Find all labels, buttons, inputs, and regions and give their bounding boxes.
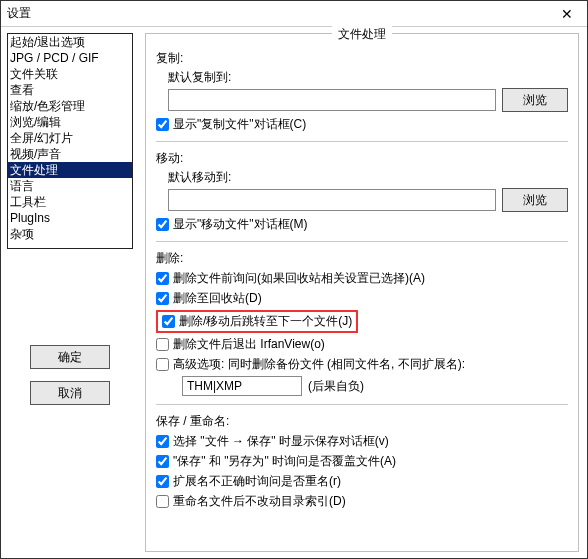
move-default-label: 默认移动到:	[168, 169, 568, 186]
delete-exit-label: 删除文件后退出 IrfanView(o)	[173, 336, 325, 353]
category-item[interactable]: 全屏/幻灯片	[8, 130, 132, 146]
move-title: 移动:	[156, 150, 568, 167]
save-show-dialog-input[interactable]	[156, 435, 169, 448]
category-item[interactable]: 工具栏	[8, 194, 132, 210]
save-rename-ext-checkbox[interactable]: 扩展名不正确时询问是否重名(r)	[156, 473, 568, 490]
delete-ask-checkbox[interactable]: 删除文件前询问(如果回收站相关设置已选择)(A)	[156, 270, 568, 287]
save-no-index-input[interactable]	[156, 495, 169, 508]
browse-label: 浏览	[523, 192, 547, 209]
window-title: 设置	[7, 5, 31, 22]
category-item[interactable]: JPG / PCD / GIF	[8, 50, 132, 66]
divider	[156, 404, 568, 405]
move-path-input[interactable]	[168, 189, 496, 211]
save-rename-ext-input[interactable]	[156, 475, 169, 488]
category-item[interactable]: 文件关联	[8, 66, 132, 82]
category-item[interactable]: 视频/声音	[8, 146, 132, 162]
save-no-index-label: 重命名文件后不改动目录索引(D)	[173, 493, 346, 510]
category-item[interactable]: 语言	[8, 178, 132, 194]
left-column: 起始/退出选项JPG / PCD / GIF文件关联查看缩放/色彩管理浏览/编辑…	[1, 27, 139, 558]
move-show-dialog-checkbox[interactable]: 显示"移动文件"对话框(M)	[156, 216, 568, 233]
delete-exit-checkbox[interactable]: 删除文件后退出 IrfanView(o)	[156, 336, 568, 353]
titlebar: 设置 ✕	[1, 1, 587, 27]
divider	[156, 241, 568, 242]
delete-jump-label: 删除/移动后跳转至下一个文件(J)	[179, 313, 352, 330]
settings-window: 设置 ✕ 起始/退出选项JPG / PCD / GIF文件关联查看缩放/色彩管理…	[0, 0, 588, 559]
copy-browse-button[interactable]: 浏览	[502, 88, 568, 112]
close-icon: ✕	[561, 6, 573, 22]
ok-label: 确定	[58, 349, 82, 366]
delete-advanced-checkbox[interactable]: 高级选项: 同时删除备份文件 (相同文件名, 不同扩展名):	[156, 356, 568, 373]
cancel-button[interactable]: 取消	[30, 381, 110, 405]
save-no-index-checkbox[interactable]: 重命名文件后不改动目录索引(D)	[156, 493, 568, 510]
delete-recycle-input[interactable]	[156, 292, 169, 305]
group-legend: 文件处理	[332, 26, 392, 43]
delete-recycle-label: 删除至回收站(D)	[173, 290, 262, 307]
browse-label: 浏览	[523, 92, 547, 109]
ok-button[interactable]: 确定	[30, 345, 110, 369]
delete-jump-input[interactable]	[162, 315, 175, 328]
delete-advanced-tail: (后果自负)	[308, 378, 364, 395]
save-overwrite-label: "保存" 和 "另存为" 时询问是否覆盖文件(A)	[173, 453, 396, 470]
save-rename-ext-label: 扩展名不正确时询问是否重名(r)	[173, 473, 341, 490]
delete-exit-input[interactable]	[156, 338, 169, 351]
save-overwrite-input[interactable]	[156, 455, 169, 468]
copy-path-input[interactable]	[168, 89, 496, 111]
category-item[interactable]: 文件处理	[8, 162, 132, 178]
category-list[interactable]: 起始/退出选项JPG / PCD / GIF文件关联查看缩放/色彩管理浏览/编辑…	[7, 33, 133, 249]
copy-show-dialog-input[interactable]	[156, 118, 169, 131]
move-browse-button[interactable]: 浏览	[502, 188, 568, 212]
divider	[156, 141, 568, 142]
delete-recycle-checkbox[interactable]: 删除至回收站(D)	[156, 290, 568, 307]
right-column: 文件处理 复制: 默认复制到: 浏览 显示"复制文件"对话框(C) 移动: 默认…	[139, 27, 587, 558]
category-item[interactable]: PlugIns	[8, 210, 132, 226]
save-show-dialog-label: 选择 "文件 → 保存" 时显示保存对话框(v)	[173, 433, 389, 450]
copy-default-label: 默认复制到:	[168, 69, 568, 86]
category-item[interactable]: 杂项	[8, 226, 132, 242]
delete-jump-highlight: 删除/移动后跳转至下一个文件(J)	[156, 310, 358, 333]
cancel-label: 取消	[58, 385, 82, 402]
category-item[interactable]: 浏览/编辑	[8, 114, 132, 130]
delete-ask-label: 删除文件前询问(如果回收站相关设置已选择)(A)	[173, 270, 425, 287]
copy-show-dialog-label: 显示"复制文件"对话框(C)	[173, 116, 306, 133]
delete-advanced-ext-input[interactable]	[182, 376, 302, 396]
delete-advanced-label: 高级选项: 同时删除备份文件 (相同文件名, 不同扩展名):	[173, 356, 465, 373]
copy-show-dialog-checkbox[interactable]: 显示"复制文件"对话框(C)	[156, 116, 568, 133]
move-show-dialog-input[interactable]	[156, 218, 169, 231]
copy-title: 复制:	[156, 50, 568, 67]
save-title: 保存 / 重命名:	[156, 413, 568, 430]
category-item[interactable]: 查看	[8, 82, 132, 98]
delete-advanced-input[interactable]	[156, 358, 169, 371]
file-handling-group: 文件处理 复制: 默认复制到: 浏览 显示"复制文件"对话框(C) 移动: 默认…	[145, 33, 579, 552]
category-item[interactable]: 缩放/色彩管理	[8, 98, 132, 114]
move-show-dialog-label: 显示"移动文件"对话框(M)	[173, 216, 308, 233]
delete-ask-input[interactable]	[156, 272, 169, 285]
category-item[interactable]: 起始/退出选项	[8, 34, 132, 50]
save-show-dialog-checkbox[interactable]: 选择 "文件 → 保存" 时显示保存对话框(v)	[156, 433, 568, 450]
close-button[interactable]: ✕	[547, 1, 587, 26]
save-overwrite-checkbox[interactable]: "保存" 和 "另存为" 时询问是否覆盖文件(A)	[156, 453, 568, 470]
delete-title: 删除:	[156, 250, 568, 267]
